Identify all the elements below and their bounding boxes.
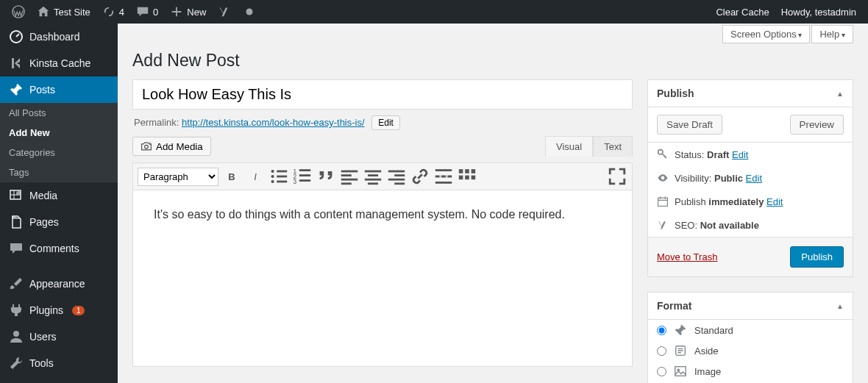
svg-rect-40 — [465, 176, 469, 180]
svg-rect-33 — [441, 176, 446, 178]
clear-cache[interactable]: Clear Cache — [710, 0, 775, 24]
seo-icon — [657, 219, 669, 231]
svg-point-10 — [271, 180, 274, 183]
menu-plugins[interactable]: Plugins1 — [0, 297, 118, 323]
menu-kinsta[interactable]: Kinsta Cache — [0, 50, 118, 76]
svg-rect-15 — [299, 174, 310, 176]
add-media-button[interactable]: Add Media — [132, 137, 211, 156]
comment-icon — [136, 5, 149, 18]
comments-link[interactable]: 0 — [130, 0, 164, 24]
brush-icon — [9, 276, 24, 291]
svg-rect-45 — [675, 367, 686, 376]
svg-rect-21 — [341, 182, 352, 185]
menu-appearance[interactable]: Appearance — [0, 271, 118, 297]
aside-icon — [674, 344, 687, 357]
editor-toolbar: Paragraph B I 123 — [132, 162, 633, 190]
preview-button[interactable]: Preview — [790, 115, 844, 135]
bold-button[interactable]: B — [221, 166, 242, 187]
menu-comments[interactable]: Comments — [0, 235, 118, 262]
visibility-row: Visibility: Public Edit — [648, 166, 853, 190]
publish-button[interactable]: Publish — [790, 246, 844, 268]
svg-rect-24 — [365, 179, 381, 181]
readmore-button[interactable] — [433, 166, 454, 187]
link-button[interactable] — [410, 166, 430, 187]
format-image[interactable]: Image — [648, 361, 853, 382]
post-title-input[interactable] — [132, 79, 633, 110]
site-name[interactable]: Test Site — [31, 0, 96, 24]
page-title: Add New Post — [132, 51, 853, 71]
editor-content[interactable]: It's so easy to do things with a content… — [132, 190, 633, 367]
seo-row: SEO: Not available — [648, 213, 853, 237]
status-edit-link[interactable]: Edit — [732, 149, 748, 160]
format-aside[interactable]: Aside — [648, 340, 853, 361]
svg-rect-23 — [368, 174, 378, 176]
menu-tools[interactable]: Tools — [0, 350, 118, 376]
schedule-row: Publish immediately Edit — [648, 190, 853, 213]
format-box-header[interactable]: Format▲ — [648, 293, 853, 320]
collapse-icon: ▲ — [836, 302, 844, 310]
submenu-categories[interactable]: Categories — [0, 143, 118, 162]
format-standard[interactable]: Standard — [648, 320, 853, 340]
main-content: Screen Options Help Add New Post Permali… — [118, 24, 868, 383]
svg-point-5 — [145, 145, 149, 148]
svg-rect-37 — [465, 169, 469, 173]
visibility-edit-link[interactable]: Edit — [746, 173, 762, 184]
svg-rect-17 — [299, 179, 310, 182]
rec-indicator[interactable] — [237, 0, 262, 24]
svg-text:3: 3 — [293, 178, 296, 185]
collapse-icon: ▲ — [836, 90, 844, 98]
bullet-list-button[interactable] — [268, 166, 289, 187]
comments-icon — [9, 241, 24, 256]
svg-point-1 — [246, 9, 253, 15]
svg-rect-26 — [388, 171, 405, 173]
fullscreen-button[interactable] — [607, 166, 627, 187]
seo-link[interactable] — [212, 0, 237, 24]
submenu-add-new[interactable]: Add New — [0, 123, 118, 143]
eye-icon — [657, 172, 669, 184]
format-select[interactable]: Paragraph — [138, 168, 218, 186]
menu-pages[interactable]: Pages — [0, 209, 118, 235]
admin-toolbar: Test Site 4 0 New Clear Cache Howdy, tes… — [0, 0, 868, 24]
permalink-url[interactable]: http://test.kinsta.com/look-how-easy-thi… — [182, 117, 365, 128]
number-list-button[interactable]: 123 — [292, 166, 313, 187]
toolbar-toggle-button[interactable] — [457, 166, 477, 187]
submenu-tags[interactable]: Tags — [0, 162, 118, 182]
svg-rect-9 — [277, 176, 287, 178]
screen-options-button[interactable]: Screen Options — [722, 25, 810, 43]
menu-users[interactable]: Users — [0, 323, 118, 350]
svg-rect-43 — [658, 198, 668, 206]
permalink-edit-button[interactable]: Edit — [371, 115, 400, 130]
camera-icon — [140, 140, 152, 152]
menu-media[interactable]: Media — [0, 182, 118, 209]
submenu-all-posts[interactable]: All Posts — [0, 103, 118, 123]
quote-button[interactable] — [316, 166, 336, 187]
italic-button[interactable]: I — [245, 166, 266, 187]
pin-icon — [674, 323, 687, 337]
publish-box-header[interactable]: Publish▲ — [648, 80, 853, 107]
help-button[interactable]: Help — [811, 25, 853, 43]
pin-icon — [9, 82, 24, 97]
svg-rect-27 — [394, 174, 405, 176]
new-link[interactable]: New — [164, 0, 212, 24]
howdy[interactable]: Howdy, testadmin — [775, 0, 862, 24]
svg-rect-38 — [472, 169, 476, 173]
schedule-edit-link[interactable]: Edit — [766, 196, 783, 207]
svg-rect-41 — [472, 176, 476, 180]
tab-visual[interactable]: Visual — [545, 136, 593, 157]
svg-rect-36 — [459, 169, 463, 173]
dashboard-icon — [9, 29, 24, 44]
move-to-trash-link[interactable]: Move to Trash — [657, 251, 717, 262]
align-center-button[interactable] — [363, 166, 383, 187]
svg-rect-32 — [435, 176, 440, 178]
save-draft-button[interactable]: Save Draft — [657, 115, 722, 135]
yoast-icon — [218, 5, 231, 18]
align-left-button[interactable] — [339, 166, 360, 187]
align-right-button[interactable] — [386, 166, 407, 187]
wp-logo[interactable] — [6, 0, 31, 24]
svg-point-4 — [13, 331, 19, 337]
menu-dashboard[interactable]: Dashboard — [0, 24, 118, 50]
updates[interactable]: 4 — [96, 0, 130, 24]
svg-rect-34 — [448, 176, 452, 178]
tab-text[interactable]: Text — [593, 136, 633, 157]
menu-posts[interactable]: Posts — [0, 76, 118, 103]
